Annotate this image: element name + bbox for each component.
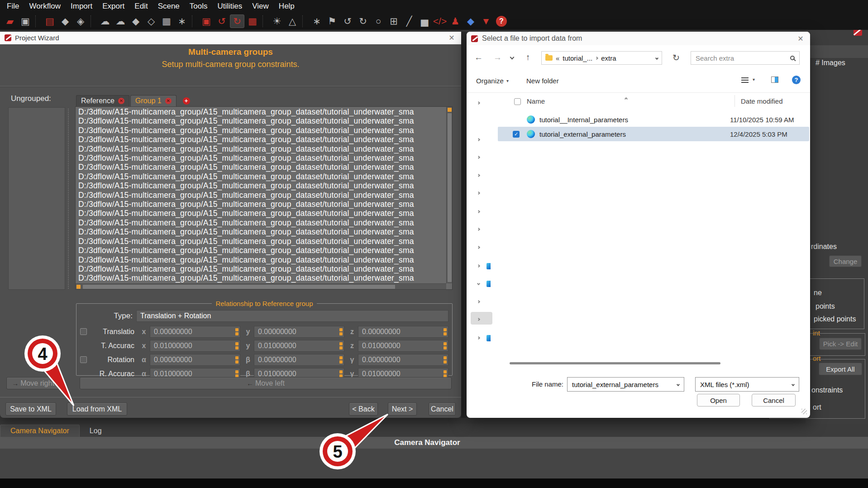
spinner-arrows-icon[interactable] [339, 370, 343, 378]
file-path-row[interactable]: D:/3dflow/A15-multicamera_group/A15_mult… [76, 135, 446, 144]
camera-navigator-body[interactable] [0, 449, 868, 478]
column-header-date[interactable]: Date modified [741, 97, 783, 105]
tab-reference[interactable]: Reference ✕ [76, 95, 129, 106]
move-right-button[interactable]: →Move right [6, 377, 60, 389]
help-icon[interactable]: ? [496, 16, 507, 27]
wizard-titlebar[interactable]: Project Wizard ✕ [0, 32, 461, 44]
constraint-spinbox[interactable]: 0.00000000 [254, 326, 344, 338]
menu-item-utilities[interactable]: Utilities [213, 2, 248, 11]
file-path-row[interactable]: D:/3dflow/A15-multicamera_group/A15_mult… [76, 237, 446, 246]
tree-expand-icon[interactable] [477, 336, 480, 340]
tree-expand-icon[interactable] [477, 101, 480, 105]
redo-icon[interactable]: ↻ [356, 14, 370, 28]
user-icon[interactable]: ♟ [448, 14, 463, 28]
view-mode-icon[interactable] [741, 77, 749, 83]
tree-expand-icon[interactable] [477, 246, 480, 249]
light-icon[interactable]: ☀ [270, 14, 284, 28]
close-tab-icon[interactable]: ✕ [118, 98, 124, 104]
constraint-spinbox[interactable]: 0.01000000 [150, 340, 240, 352]
spinner-arrows-icon[interactable] [339, 342, 343, 349]
close-tab-icon[interactable]: ✕ [165, 98, 172, 104]
file-path-row[interactable]: D:/3dflow/A15-multicamera_group/A15_mult… [76, 255, 446, 264]
nav-history-chevron-icon[interactable] [510, 55, 515, 60]
spinner-arrows-icon[interactable] [444, 356, 447, 364]
file-name-dropdown-icon[interactable] [677, 383, 680, 386]
constraint-checkbox[interactable] [80, 356, 87, 363]
spinner-arrows-icon[interactable] [235, 370, 238, 378]
tree-expand-icon[interactable] [477, 264, 480, 268]
constraint-checkbox[interactable] [80, 328, 87, 335]
dialog-cancel-button[interactable]: Cancel [752, 394, 796, 407]
horizontal-scrollbar[interactable] [76, 283, 446, 289]
tab-group-1[interactable]: Group 1 ✕ [130, 95, 176, 106]
file-type-dropdown-icon[interactable] [792, 383, 795, 386]
file-path-row[interactable]: D:/3dflow/A15-multicamera_group/A15_mult… [76, 246, 446, 255]
tree-expand-icon[interactable] [477, 300, 480, 303]
list-h-scrollbar[interactable] [510, 362, 720, 364]
menu-item-view[interactable]: View [247, 2, 274, 11]
wizard-close-icon[interactable]: ✕ [447, 33, 457, 42]
address-dropdown-icon[interactable] [655, 56, 658, 59]
file-name-combobox[interactable]: tutorial_external_parameters [567, 377, 684, 392]
constraint-spinbox[interactable]: 0.00000000 [254, 354, 344, 366]
save-project-icon[interactable]: ▣ [18, 14, 33, 28]
photo-flag-icon[interactable]: ⚑ [325, 14, 339, 28]
view-mode-dropdown-icon[interactable]: ▾ [753, 77, 755, 82]
mesh-extract-alt-icon[interactable]: ◇ [144, 14, 158, 28]
constraint-spinbox[interactable]: 0.00000000 [358, 354, 448, 366]
menu-item-import[interactable]: Import [66, 2, 97, 11]
reload-icon[interactable]: ↺ [215, 14, 229, 28]
nav-up-icon[interactable]: ↑ [526, 53, 530, 62]
tree-expand-icon[interactable] [477, 191, 480, 195]
file-path-row[interactable]: D:/3dflow/A15-multicamera_group/A15_mult… [76, 153, 446, 163]
spinner-arrows-icon[interactable] [444, 370, 447, 378]
organize-button[interactable]: Organize▾ [476, 77, 509, 85]
tree-expand-icon[interactable] [477, 138, 480, 141]
crop-icon[interactable]: ⊞ [386, 14, 401, 28]
tree-expand-icon[interactable] [477, 174, 480, 177]
ungrouped-list[interactable] [8, 107, 65, 290]
address-bar[interactable]: « tutorial_... extra [541, 51, 662, 65]
menu-item-tools[interactable]: Tools [185, 2, 213, 11]
back-button[interactable]: < Back [349, 402, 378, 416]
search-box[interactable] [691, 51, 800, 65]
spinner-arrows-icon[interactable] [235, 328, 238, 335]
new-folder-button[interactable]: New folder [526, 77, 559, 85]
shield-icon[interactable]: ▼ [479, 14, 493, 28]
file-type-combobox[interactable]: XML files (*.xml) [695, 377, 799, 392]
spinner-arrows-icon[interactable] [444, 328, 447, 335]
sidebar-item-selected[interactable] [471, 312, 492, 325]
add-group-icon[interactable]: + [183, 97, 190, 105]
menu-item-help[interactable]: Help [274, 2, 300, 11]
code-icon[interactable]: </> [433, 14, 447, 28]
vertical-scrollbar[interactable] [446, 107, 452, 283]
tree-expand-icon[interactable] [477, 228, 480, 231]
spinner-arrows-icon[interactable] [235, 342, 238, 349]
file-path-row[interactable]: D:/3dflow/A15-multicamera_group/A15_mult… [76, 264, 446, 273]
orbit-icon[interactable]: ○ [371, 14, 386, 28]
sparse-cloud-icon[interactable]: ☁ [98, 14, 112, 28]
constraint-spinbox[interactable]: 0.00000000 [358, 326, 448, 338]
point-sphere-icon[interactable]: ∗ [175, 14, 189, 28]
spinner-arrows-icon[interactable] [444, 342, 447, 349]
open-button[interactable]: Open [697, 394, 740, 407]
histogram-icon[interactable]: ▅ [417, 14, 432, 28]
align-icon[interactable]: △ [285, 14, 300, 28]
preview-pane-icon[interactable] [771, 77, 778, 83]
spinner-arrows-icon[interactable] [339, 356, 343, 364]
textured-mesh-icon[interactable]: ▦ [159, 14, 174, 28]
load-from-xml-button[interactable]: Load from XML [67, 402, 127, 416]
import-data-icon[interactable]: ▤ [43, 14, 57, 28]
file-path-row[interactable]: D:/3dflow/A15-multicamera_group/A15_mult… [76, 273, 446, 282]
nav-back-icon[interactable]: ← [474, 53, 483, 62]
tree-expand-icon[interactable] [477, 210, 480, 213]
sidebar-drive-icon[interactable] [486, 263, 491, 269]
search-input[interactable] [696, 54, 790, 62]
dense-cloud-icon[interactable]: ☁ [113, 14, 128, 28]
file-path-row[interactable]: D:/3dflow/A15-multicamera_group/A15_mult… [76, 107, 446, 116]
move-left-button[interactable]: ←Move left [80, 377, 452, 389]
wire-cube-icon[interactable]: ◈ [73, 14, 88, 28]
select-all-checkbox[interactable] [514, 98, 521, 105]
constraint-spinbox[interactable]: 0.01000000 [358, 340, 448, 352]
export-all-button[interactable]: Export All [819, 363, 862, 375]
